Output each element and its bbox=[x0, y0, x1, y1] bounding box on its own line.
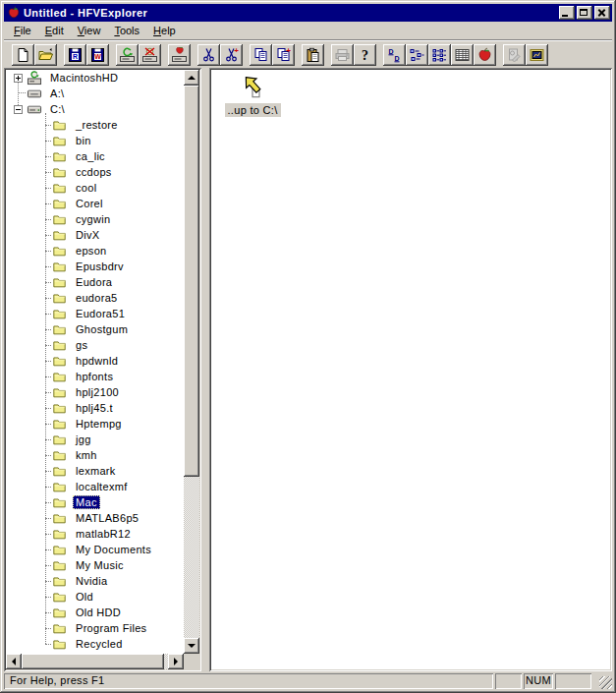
tree-item-ccdops[interactable]: ccdops bbox=[6, 164, 184, 180]
tree-item-my-documents[interactable]: My Documents bbox=[6, 542, 184, 557]
tree-item-divx[interactable]: DivX bbox=[6, 227, 184, 243]
cut-append-button[interactable]: + bbox=[220, 44, 243, 66]
tree-item-label[interactable]: Ghostgum bbox=[73, 322, 131, 336]
tree-item-label[interactable]: My Documents bbox=[73, 543, 154, 556]
tree-item-kmh[interactable]: kmh bbox=[6, 447, 184, 463]
tree-item-label[interactable]: MATLAB6p5 bbox=[73, 511, 141, 525]
tree-item-jgg[interactable]: jgg bbox=[6, 432, 184, 447]
tree-item-eudora5[interactable]: eudora5 bbox=[6, 290, 184, 306]
tree-item-label[interactable]: bin bbox=[73, 134, 94, 147]
panel-splitter[interactable] bbox=[201, 68, 209, 671]
tree-item-localtexmf[interactable]: localtexmf bbox=[6, 479, 184, 494]
tree-item-label[interactable]: MacintoshHD bbox=[47, 71, 121, 85]
tree-item-gs[interactable]: gs bbox=[6, 337, 184, 353]
view-small-icons-button[interactable] bbox=[406, 44, 428, 66]
tree-item-label[interactable]: hplj45.t bbox=[73, 401, 116, 415]
print-button[interactable] bbox=[331, 44, 354, 66]
tree-item-macintoshhd[interactable]: MacintoshHD bbox=[6, 70, 184, 86]
tree-item-label[interactable]: Eudora bbox=[73, 275, 115, 289]
tree-item-label[interactable]: epson bbox=[73, 244, 109, 258]
about-help-button[interactable]: ? bbox=[354, 44, 376, 66]
tree-item-epson[interactable]: epson bbox=[6, 243, 184, 259]
tree-item-ghostgum[interactable]: Ghostgum bbox=[6, 321, 184, 337]
tree-item-label[interactable]: kmh bbox=[73, 448, 100, 462]
tree-item-matlabr12[interactable]: matlabR12 bbox=[6, 526, 184, 542]
tree-item-label[interactable]: localtexmf bbox=[73, 480, 131, 493]
scroll-left-button[interactable] bbox=[6, 654, 22, 669]
tree-item-label[interactable]: hplj2100 bbox=[73, 385, 122, 399]
close-button[interactable] bbox=[594, 6, 610, 20]
menu-tools[interactable]: Tools bbox=[107, 23, 146, 39]
save-r-button[interactable]: R bbox=[64, 44, 86, 66]
tree-item-label[interactable]: cool bbox=[73, 181, 99, 195]
tree-item-label[interactable]: eudora5 bbox=[73, 291, 120, 305]
tree-item-hplj2100[interactable]: hplj2100 bbox=[6, 384, 184, 400]
tree-item-my-music[interactable]: My Music bbox=[6, 557, 184, 573]
expander-toggle[interactable] bbox=[10, 70, 26, 86]
tree-item-label[interactable]: Program Files bbox=[73, 621, 149, 635]
tree-item-label[interactable]: A:\ bbox=[47, 87, 67, 100]
tree-item-hptempg[interactable]: Hptempg bbox=[6, 416, 184, 432]
tree-item-label[interactable]: cygwin bbox=[73, 212, 113, 226]
tree-item-label[interactable]: hpdwnld bbox=[73, 354, 121, 368]
new-button[interactable] bbox=[12, 44, 34, 66]
tree-item-lexmark[interactable]: lexmark bbox=[6, 463, 184, 479]
save-w-button[interactable]: W bbox=[86, 44, 109, 66]
tree-item-corel[interactable]: Corel bbox=[6, 196, 184, 211]
collapse-icon[interactable] bbox=[14, 105, 23, 114]
tree-item-label[interactable]: gs bbox=[73, 338, 90, 352]
tree-vertical-scrollbar[interactable] bbox=[184, 70, 199, 654]
scroll-up-button[interactable] bbox=[184, 70, 199, 86]
scroll-right-button[interactable] bbox=[168, 654, 184, 669]
tree-item-label[interactable]: DivX bbox=[73, 228, 102, 242]
tree-item-label[interactable]: Corel bbox=[73, 197, 106, 210]
maximize-button[interactable] bbox=[577, 6, 592, 20]
expand-icon[interactable] bbox=[14, 74, 23, 83]
menu-view[interactable]: View bbox=[71, 23, 108, 39]
open-button[interactable] bbox=[34, 44, 57, 66]
tree-item-label[interactable]: Hptempg bbox=[73, 417, 125, 431]
horizontal-scroll-thumb[interactable] bbox=[22, 654, 164, 669]
tree-item-c[interactable]: C:\ bbox=[6, 101, 184, 117]
tree-item-restore[interactable]: _restore bbox=[6, 117, 184, 133]
tree-item-label[interactable]: Recycled bbox=[73, 637, 126, 651]
tree-item-label[interactable]: Old bbox=[73, 590, 96, 604]
tree-item-label[interactable]: _restore bbox=[73, 118, 121, 132]
tree-item-old[interactable]: Old bbox=[6, 589, 184, 605]
tree-item-hpdwnld[interactable]: hpdwnld bbox=[6, 353, 184, 369]
tree-item-label[interactable]: Old HDD bbox=[73, 606, 124, 619]
scroll-down-button[interactable] bbox=[184, 638, 199, 654]
tree-item-recycled[interactable]: Recycled bbox=[6, 636, 184, 652]
view-list-button[interactable] bbox=[428, 44, 451, 66]
tree-item-ca-lic[interactable]: ca_lic bbox=[6, 148, 184, 164]
vertical-scroll-thumb[interactable] bbox=[184, 86, 199, 477]
paste-button[interactable] bbox=[302, 44, 324, 66]
menu-file[interactable]: File bbox=[7, 23, 38, 39]
tree-item-label[interactable]: Mac bbox=[73, 495, 100, 509]
tree-item-label[interactable]: Nvidia bbox=[73, 574, 110, 588]
tree-item-matlab6p5[interactable]: MATLAB6p5 bbox=[6, 510, 184, 526]
view-details-button[interactable] bbox=[451, 44, 474, 66]
tree-item-cygwin[interactable]: cygwin bbox=[6, 211, 184, 227]
menu-help[interactable]: Help bbox=[146, 23, 183, 39]
menu-edit[interactable]: Edit bbox=[38, 23, 71, 39]
tree-item-eudora51[interactable]: Eudora51 bbox=[6, 306, 184, 321]
tree-item-bin[interactable]: bin bbox=[6, 133, 184, 148]
tree-item-label[interactable]: My Music bbox=[73, 558, 127, 572]
tree-item-label[interactable]: Epusbdrv bbox=[73, 260, 127, 273]
mount-volume-button[interactable] bbox=[116, 44, 139, 66]
file-item-up-to-c[interactable]: ..up to C:\ bbox=[221, 72, 284, 117]
resize-grip[interactable] bbox=[599, 676, 612, 689]
tree-item-cool[interactable]: cool bbox=[6, 180, 184, 196]
tree-item-label[interactable]: lexmark bbox=[73, 464, 119, 478]
tree-item-hpfonts[interactable]: hpfonts bbox=[6, 369, 184, 384]
tree-item-a[interactable]: A:\ bbox=[6, 86, 184, 101]
view-large-icons-button[interactable]: DD bbox=[383, 44, 406, 66]
unmount-volume-button[interactable] bbox=[139, 44, 161, 66]
tree-item-label[interactable]: Eudora51 bbox=[73, 307, 128, 320]
format-mac-volume-button[interactable] bbox=[168, 44, 191, 66]
tree-item-label[interactable]: jgg bbox=[73, 433, 94, 446]
tree-item-nvidia[interactable]: Nvidia bbox=[6, 573, 184, 589]
minimize-button[interactable] bbox=[559, 6, 575, 20]
tree-item-eudora[interactable]: Eudora bbox=[6, 274, 184, 290]
